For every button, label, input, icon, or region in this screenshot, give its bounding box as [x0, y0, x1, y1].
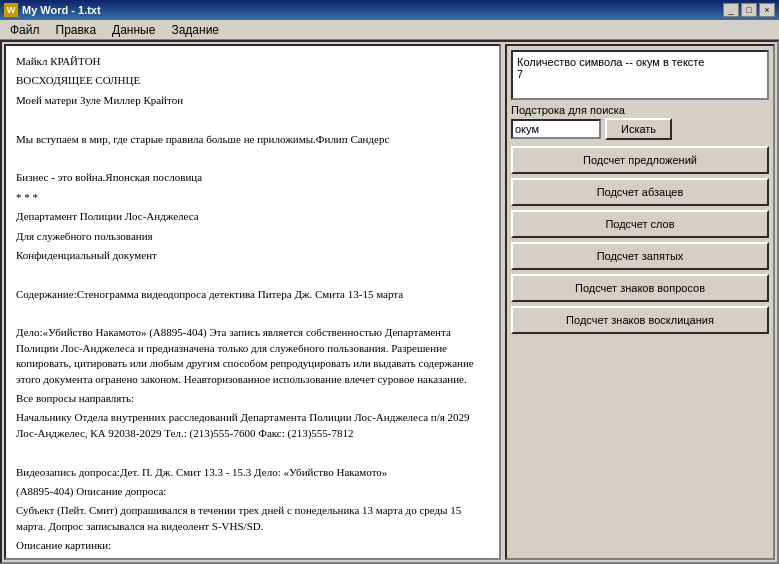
menu-edit[interactable]: Правка [48, 21, 105, 39]
menu-bar: Файл Правка Данные Задание [0, 20, 779, 40]
count-sentences-button[interactable]: Подсчет предложений [511, 146, 769, 174]
window-title: My Word - 1.txt [22, 4, 101, 16]
close-button[interactable]: × [759, 3, 775, 17]
info-line2: 7 [517, 68, 763, 80]
count-questions-button[interactable]: Подсчет знаков вопросов [511, 274, 769, 302]
document-text[interactable]: Майкл КРАЙТОН ВОСХОДЯЩЕЕ СОЛНЦЕ Моей мат… [6, 46, 499, 558]
menu-file[interactable]: Файл [2, 21, 48, 39]
maximize-button[interactable]: □ [741, 3, 757, 17]
text-panel: Майкл КРАЙТОН ВОСХОДЯЩЕЕ СОЛНЦЕ Моей мат… [4, 44, 501, 560]
search-section: Подстрока для поиска Искать [511, 104, 769, 140]
info-line1: Количество символа -- окум в тексте [517, 56, 763, 68]
search-label: Подстрока для поиска [511, 104, 769, 116]
title-bar-buttons: _ □ × [723, 3, 775, 17]
count-exclamations-button[interactable]: Подсчет знаков восклицания [511, 306, 769, 334]
title-bar-text: W My Word - 1.txt [4, 3, 723, 17]
count-words-button[interactable]: Подсчет слов [511, 210, 769, 238]
app-icon: W [4, 3, 18, 17]
count-paragraphs-button[interactable]: Подсчет абзацев [511, 178, 769, 206]
menu-task[interactable]: Задание [163, 21, 227, 39]
title-bar: W My Word - 1.txt _ □ × [0, 0, 779, 20]
minimize-button[interactable]: _ [723, 3, 739, 17]
right-panel: Количество символа -- окум в тексте 7 По… [505, 44, 775, 560]
search-input[interactable] [511, 119, 601, 139]
info-box: Количество символа -- окум в тексте 7 [511, 50, 769, 100]
count-commas-button[interactable]: Подсчет запятых [511, 242, 769, 270]
search-row: Искать [511, 118, 769, 140]
main-content: Майкл КРАЙТОН ВОСХОДЯЩЕЕ СОЛНЦЕ Моей мат… [0, 40, 779, 564]
search-button[interactable]: Искать [605, 118, 672, 140]
menu-data[interactable]: Данные [104, 21, 163, 39]
